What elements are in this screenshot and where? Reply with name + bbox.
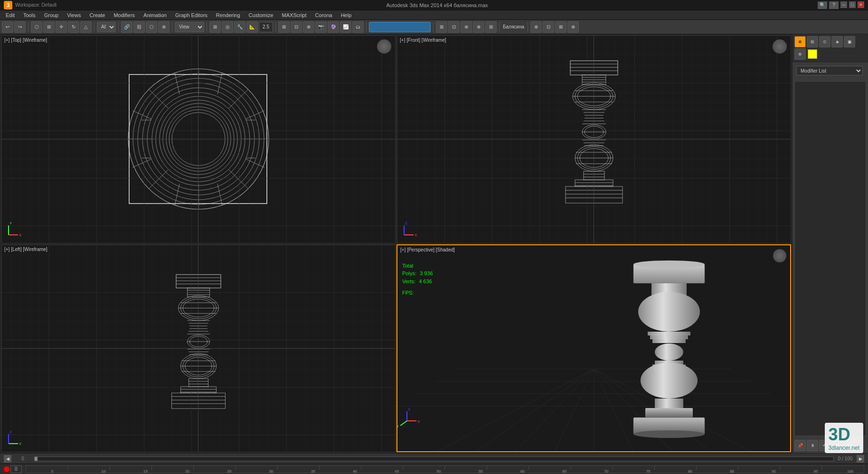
named-selection-dropdown[interactable]: All <box>97 22 116 32</box>
menu-customize[interactable]: Customize <box>245 11 277 19</box>
svg-line-30 <box>175 184 179 205</box>
maximize-button[interactable]: □ <box>849 1 856 8</box>
viewport-perspective[interactable]: [+] [Perspective] [Shaded] Total Polys: … <box>396 244 791 453</box>
toolbar-link[interactable]: 🔗 <box>121 21 132 33</box>
toolbar-misc2[interactable]: ⊡ <box>543 21 554 33</box>
viewport-left[interactable]: [+] [Left] [Wireframe] <box>1 244 396 453</box>
svg-text:10: 10 <box>101 469 105 473</box>
toolbar-hierarchy[interactable]: ⊕ <box>158 21 170 33</box>
toolbar-key-filter[interactable]: ⊞ <box>436 21 447 33</box>
menu-graph-editors[interactable]: Graph Editors <box>171 11 211 19</box>
timeline-track[interactable] <box>34 456 834 461</box>
toolbar-help[interactable]: ⊞ <box>485 21 497 33</box>
help-icon[interactable]: ? <box>829 1 839 9</box>
selection-set-input[interactable]: Create Selection Sel <box>369 22 431 32</box>
modifier-list-container: Modifier List <box>793 62 868 79</box>
toolbar-snap2[interactable]: 📐 <box>246 21 258 33</box>
title-left: 3 Workspace: Default <box>4 1 57 9</box>
menu-views[interactable]: Views <box>63 11 85 19</box>
color-swatch[interactable] <box>808 49 817 59</box>
toolbar-bind[interactable]: ⬡ <box>146 21 157 33</box>
reference-coord-dropdown[interactable]: View Screen World <box>175 22 204 32</box>
timeline-playhead[interactable] <box>35 457 38 461</box>
menu-tools[interactable]: Tools <box>19 11 39 19</box>
snap-value: 2.5 <box>259 22 273 32</box>
window-controls[interactable]: 🔍 ? ─ □ ✕ <box>818 1 864 9</box>
main-toolbar: ↩ ↪ ⬡ ⊞ ✛ ↻ △ All 🔗 ⛓ ⬡ ⊕ View Screen Wo… <box>0 20 868 34</box>
toolbar-select-region[interactable]: ⊞ <box>43 21 55 33</box>
time-position[interactable]: 0 <box>10 465 22 473</box>
svg-text:30: 30 <box>269 469 273 473</box>
toolbar-material[interactable]: 🔮 <box>328 21 339 33</box>
menu-rendering[interactable]: Rendering <box>212 11 244 19</box>
menu-modifiers[interactable]: Modifiers <box>110 11 139 19</box>
panel-tab-display[interactable]: ▣ <box>844 36 855 47</box>
svg-point-14 <box>169 110 228 168</box>
toolbar-transform-gizmo[interactable]: ⊞ <box>209 21 221 33</box>
toolbar-schematic2[interactable]: ⊗ <box>461 21 472 33</box>
svg-text:95: 95 <box>813 469 818 473</box>
stats-total-label: Total <box>402 262 433 270</box>
toolbar-unlink[interactable]: ⛓ <box>133 21 145 33</box>
toolbar-move[interactable]: ✛ <box>56 21 67 33</box>
timeline-prev-button[interactable]: ◀ <box>4 455 11 463</box>
svg-text:25: 25 <box>227 469 231 473</box>
toolbar-render[interactable]: 📷 <box>315 21 327 33</box>
toolbar-rotate[interactable]: ↻ <box>68 21 79 33</box>
menu-group[interactable]: Group <box>40 11 63 19</box>
nav-cube-perspective[interactable] <box>773 249 786 262</box>
toolbar-undo[interactable]: ↩ <box>2 21 13 33</box>
menu-edit[interactable]: Edit <box>2 11 19 19</box>
search-icon[interactable]: 🔍 <box>818 1 827 9</box>
modifier-list-dropdown[interactable]: Modifier List <box>796 66 863 75</box>
toolbar-align[interactable]: ⊡ <box>291 21 302 33</box>
panel-tab-create[interactable]: ⊕ <box>794 36 806 47</box>
toolbar-select[interactable]: ⬡ <box>31 21 42 33</box>
toolbar-scale[interactable]: △ <box>80 21 92 33</box>
minimize-button[interactable]: ─ <box>840 1 847 8</box>
baluster-front-view: X Z <box>397 36 791 243</box>
toolbar-capture[interactable]: ⊕ <box>473 21 484 33</box>
timeline-total-frames: 0 / 100 <box>836 456 855 461</box>
panel-tab-icons: ⊕ ⊞ ⊙ ◈ ▣ ⊗ <box>793 34 868 62</box>
toolbar-curve[interactable]: 📈 <box>340 21 351 33</box>
svg-line-22 <box>149 170 168 188</box>
key-filter-indicator <box>4 466 9 472</box>
panel-tab-motion[interactable]: ◈ <box>831 36 843 47</box>
modifier-stack <box>794 81 866 436</box>
toolbar-redo[interactable]: ↪ <box>14 21 26 33</box>
timeline-next-button[interactable]: ▶ <box>857 455 864 463</box>
nav-cube-front[interactable] <box>773 39 787 54</box>
toolbar-mirror[interactable]: ⊞ <box>278 21 290 33</box>
toolbar-select-center[interactable]: ◎ <box>222 21 233 33</box>
svg-point-11 <box>160 100 237 178</box>
modifier-configure-button[interactable]: ⏸ <box>807 440 818 451</box>
panel-tab-utilities[interactable]: ⊗ <box>794 48 806 60</box>
panel-tab-hierarchy[interactable]: ⊙ <box>819 36 830 47</box>
toolbar-sep-6 <box>275 22 276 32</box>
viewport-front[interactable]: [+] [Front] [Wireframe] <box>396 35 791 243</box>
panel-tab-modify[interactable]: ⊞ <box>807 36 818 47</box>
toolbar-misc1[interactable]: ⊕ <box>530 21 542 33</box>
toolbar-misc3[interactable]: ⊞ <box>555 21 566 33</box>
toolbar-schematic[interactable]: 🗂 <box>352 21 364 33</box>
svg-rect-173 <box>645 408 693 418</box>
menu-maxscript[interactable]: MAXScript <box>278 11 311 19</box>
baluster-left-view: Y Z <box>1 245 395 452</box>
torus-view: X Y <box>1 36 395 243</box>
close-button[interactable]: ✕ <box>858 1 864 8</box>
menu-help[interactable]: Help <box>337 11 356 19</box>
modifier-pin-button[interactable]: 📌 <box>794 440 806 451</box>
nav-cube-top[interactable] <box>377 39 391 54</box>
toolbar-track-view[interactable]: ⊡ <box>448 21 460 33</box>
toolbar-sep-2 <box>94 22 94 32</box>
toolbar-layer[interactable]: ⊕ <box>303 21 314 33</box>
ruler: 5 10 15 20 25 30 35 40 45 50 55 60 65 70… <box>26 465 864 473</box>
svg-line-23 <box>229 170 248 188</box>
menu-corona[interactable]: Corona <box>311 11 336 19</box>
viewport-top[interactable]: [+] [Top] [Wireframe] <box>1 35 396 243</box>
toolbar-misc4[interactable]: ⊗ <box>567 21 579 33</box>
menu-animation[interactable]: Animation <box>140 11 170 19</box>
menu-create[interactable]: Create <box>85 11 109 19</box>
toolbar-snap[interactable]: 🔧 <box>234 21 245 33</box>
